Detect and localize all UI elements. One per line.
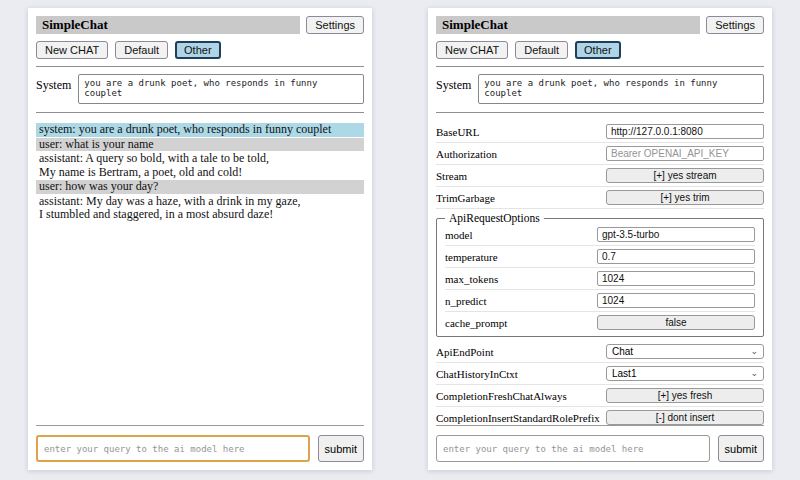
divider [36,425,364,426]
settings-button[interactable]: Settings [306,16,364,34]
completion-insert-role-prefix-label: CompletionInsertStandardRolePrefix [436,412,600,424]
query-input[interactable] [436,435,710,462]
stream-toggle-button[interactable]: [+] yes stream [606,168,764,183]
header: SimpleChat Settings [436,16,764,34]
base-url-input[interactable] [606,124,764,139]
settings-view-panel: SimpleChat Settings New CHAT Default Oth… [428,8,772,470]
settings-row: Stream [+] yes stream [436,165,764,187]
completion-fresh-chat-label: CompletionFreshChatAlways [436,390,567,402]
max-tokens-input[interactable] [597,271,755,286]
chat-message-user: user: what is your name [36,138,364,152]
chat-view-panel: SimpleChat Settings New CHAT Default Oth… [28,8,372,470]
divider [36,112,364,113]
session-toolbar: New CHAT Default Other [436,41,764,59]
cache-prompt-label: cache_prompt [445,317,507,329]
submit-button[interactable]: submit [718,435,764,462]
completion-insert-role-prefix-toggle-button[interactable]: [-] dont insert [606,410,764,425]
chevron-down-icon: ⌄ [750,369,758,378]
stream-label: Stream [436,170,467,182]
cache-prompt-toggle-button[interactable]: false [597,315,755,330]
system-label: System [36,74,71,93]
query-footer: submit [36,425,364,462]
model-label: model [445,229,473,241]
settings-row: BaseURL [436,121,764,143]
settings-list-bottom: ApiEndPoint Chat ⌄ ChatHistoryInCtxt Las… [436,341,764,425]
chat-message-list: system: you are a drunk poet, who respon… [36,123,364,425]
settings-row: Authorization [436,143,764,165]
submit-button[interactable]: submit [318,435,364,462]
settings-row: TrimGarbage [+] yes trim [436,187,764,209]
api-endpoint-selected-value: Chat [612,346,633,357]
chat-history-in-ctxt-label: ChatHistoryInCtxt [436,368,518,380]
page: SimpleChat Settings New CHAT Default Oth… [0,0,800,480]
session-tab-other[interactable]: Other [575,41,621,59]
authorization-label: Authorization [436,148,497,160]
settings-row: ChatHistoryInCtxt Last1 ⌄ [436,363,764,385]
api-request-options-legend: ApiRequestOptions [445,212,544,224]
settings-button[interactable]: Settings [706,16,764,34]
system-prompt-textarea[interactable]: you are a drunk poet, who responds in fu… [78,74,364,104]
completion-fresh-chat-toggle-button[interactable]: [+] yes fresh [606,388,764,403]
query-row: submit [36,435,364,462]
system-prompt-row: System you are a drunk poet, who respond… [36,73,364,105]
settings-row: CompletionFreshChatAlways [+] yes fresh [436,385,764,407]
divider [36,66,364,67]
settings-row: cache_prompt false [445,312,755,333]
app-title: SimpleChat [436,16,700,34]
trim-garbage-label: TrimGarbage [436,192,495,204]
model-input[interactable] [597,227,755,242]
chat-message-assistant: assistant: My day was a haze, with a dri… [36,195,364,222]
n-predict-label: n_predict [445,295,487,307]
header: SimpleChat Settings [36,16,364,34]
chat-history-selected-value: Last1 [612,368,636,379]
chat-history-in-ctxt-select[interactable]: Last1 ⌄ [606,366,764,381]
settings-row: n_predict [445,290,755,312]
query-row: submit [436,435,764,462]
settings-row: max_tokens [445,268,755,290]
chevron-down-icon: ⌄ [750,347,758,356]
settings-row: model [445,224,755,246]
chat-message-assistant: assistant: A query so bold, with a tale … [36,152,364,179]
settings-row: temperature [445,246,755,268]
session-tab-default[interactable]: Default [115,41,168,59]
authorization-input[interactable] [606,146,764,161]
system-prompt-textarea[interactable]: you are a drunk poet, who responds in fu… [478,74,764,104]
n-predict-input[interactable] [597,293,755,308]
api-request-options-fieldset: ApiRequestOptions model temperature max_… [436,212,764,337]
query-input[interactable] [36,435,310,462]
session-toolbar: New CHAT Default Other [36,41,364,59]
base-url-label: BaseURL [436,126,479,138]
session-tab-default[interactable]: Default [515,41,568,59]
trim-garbage-toggle-button[interactable]: [+] yes trim [606,190,764,205]
divider [436,425,764,426]
temperature-input[interactable] [597,249,755,264]
settings-row: CompletionInsertStandardRolePrefix [-] d… [436,407,764,425]
chat-message-user: user: how was your day? [36,180,364,194]
settings-row: ApiEndPoint Chat ⌄ [436,341,764,363]
session-tab-other[interactable]: Other [175,41,221,59]
api-endpoint-select[interactable]: Chat ⌄ [606,344,764,359]
divider [436,66,764,67]
api-endpoint-label: ApiEndPoint [436,346,493,358]
system-prompt-row: System you are a drunk poet, who respond… [436,73,764,105]
max-tokens-label: max_tokens [445,273,498,285]
query-footer: submit [436,425,764,462]
settings-list: BaseURL Authorization Stream [+] yes str… [436,121,764,425]
temperature-label: temperature [445,251,498,263]
new-chat-button[interactable]: New CHAT [436,41,508,59]
chat-message-system: system: you are a drunk poet, who respon… [36,123,364,137]
divider [436,112,764,113]
app-title: SimpleChat [36,16,300,34]
new-chat-button[interactable]: New CHAT [36,41,108,59]
system-label: System [436,74,471,93]
